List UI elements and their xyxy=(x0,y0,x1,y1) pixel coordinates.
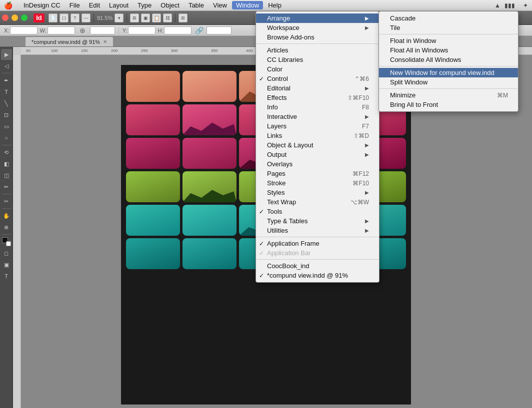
h-label: H: xyxy=(158,27,163,33)
apple-logo[interactable]: 🍎 xyxy=(4,1,12,9)
menu-item-output[interactable]: Output ▶ xyxy=(256,150,379,159)
menu-item-editorial[interactable]: Editorial ▶ xyxy=(256,83,379,93)
bracket-icon-btn[interactable]: [ ] xyxy=(60,13,68,22)
document-tab[interactable]: *compund view.indd @ 91% ✕ xyxy=(25,36,114,46)
selection-tool[interactable]: ▶ xyxy=(1,49,12,60)
h-input[interactable] xyxy=(164,26,192,34)
tab-close-icon[interactable]: ✕ xyxy=(103,39,107,44)
link-proportions-icon[interactable]: ⊕ xyxy=(77,26,88,35)
menu-item-object-layout[interactable]: Object & Layout ▶ xyxy=(256,140,379,150)
hand-tool[interactable]: ✋ xyxy=(1,210,12,221)
menu-item-type-tables[interactable]: Type & Tables ▶ xyxy=(256,216,379,226)
chain-icon-btn[interactable]: ⛓ xyxy=(163,13,172,22)
doc-icon-btn2[interactable]: 📋 xyxy=(152,13,161,22)
menu-window[interactable]: Window xyxy=(232,1,263,9)
menu-type[interactable]: Type xyxy=(134,1,156,9)
bluetooth-icon: ✦ xyxy=(523,2,528,9)
menu-item-tools[interactable]: Tools xyxy=(256,207,379,216)
window-menu[interactable]: Arrange ▶ Workspace ▶ Browse Add-ons Art… xyxy=(256,11,380,283)
arrange-icon-btn[interactable]: ⊞ xyxy=(130,13,139,22)
zoom-dropdown-btn[interactable]: ▾ xyxy=(114,13,124,22)
normal-mode-btn[interactable]: ◻ xyxy=(1,248,12,259)
arrange-sep-1 xyxy=(379,34,518,34)
maximize-button[interactable] xyxy=(21,14,28,21)
menu-sep-1 xyxy=(256,43,379,44)
menu-item-articles[interactable]: Articles xyxy=(256,45,379,55)
menu-item-effects[interactable]: Effects ⇧⌘F10 xyxy=(256,93,379,102)
menu-item-appbar[interactable]: Application Bar xyxy=(256,248,379,258)
menu-item-cascade[interactable]: Cascade xyxy=(379,13,518,23)
angle-input[interactable] xyxy=(90,26,115,34)
direct-selection-tool[interactable]: ◁ xyxy=(1,60,12,71)
menu-indesign[interactable]: InDesign CC xyxy=(20,1,64,9)
gradient-tool[interactable]: ◧ xyxy=(1,158,12,169)
line-tool[interactable]: ╲ xyxy=(1,98,12,109)
menu-item-utilities[interactable]: Utilities ▶ xyxy=(256,226,379,235)
menu-item-label: Tools xyxy=(267,208,282,215)
menu-item-consolidate[interactable]: Consolidate All Windows xyxy=(379,55,518,64)
menu-help[interactable]: Help xyxy=(264,1,286,9)
menu-item-control[interactable]: Control ⌃⌘6 xyxy=(256,74,379,83)
menu-item-info[interactable]: Info F8 xyxy=(256,102,379,112)
menu-item-float-window[interactable]: Float in Window xyxy=(379,36,518,45)
menu-item-workspace[interactable]: Workspace ▶ xyxy=(256,23,379,32)
menu-item-appframe[interactable]: Application Frame xyxy=(256,239,379,248)
menu-item-split-window[interactable]: Split Window xyxy=(379,77,518,87)
zoom-tool[interactable]: ⊕ xyxy=(1,222,12,233)
menu-view[interactable]: View xyxy=(209,1,231,9)
minimize-button[interactable] xyxy=(12,14,18,21)
dash-icon-btn[interactable]: — xyxy=(82,13,90,22)
menu-item-minimize[interactable]: Minimize ⌘M xyxy=(379,90,518,100)
menu-item-float-all[interactable]: Float All in Windows xyxy=(379,45,518,55)
menu-item-coocbook[interactable]: CoocBook_ind xyxy=(256,261,379,271)
fill-stroke-widget[interactable] xyxy=(2,237,11,246)
grid-icon-btn[interactable]: ⊞ xyxy=(178,13,188,22)
y-input[interactable] xyxy=(128,26,156,34)
rect-tool[interactable]: ▭ xyxy=(1,121,12,132)
menu-item-interactive[interactable]: Interactive ▶ xyxy=(256,112,379,121)
T-icon-btn[interactable]: T xyxy=(70,13,80,22)
menu-table[interactable]: Table xyxy=(184,1,208,9)
menu-sep-3 xyxy=(256,259,379,260)
menu-item-links[interactable]: Links ⇧⌘D xyxy=(256,131,379,140)
gradient-swatch-tool[interactable]: ◫ xyxy=(1,170,12,181)
menu-item-bring-front[interactable]: Bring All to Front xyxy=(379,100,518,109)
pen-tool[interactable]: ✒ xyxy=(1,75,12,86)
rect-frame-tool[interactable]: ⊡ xyxy=(1,109,12,120)
menu-item-document[interactable]: *compund view.indd @ 91% xyxy=(256,271,379,280)
menu-item-browse[interactable]: Browse Add-ons xyxy=(256,32,379,42)
menu-item-stroke[interactable]: Stroke ⌘F10 xyxy=(256,178,379,188)
menu-file[interactable]: File xyxy=(66,1,84,9)
scissors-tool[interactable]: ✂ xyxy=(1,196,12,207)
menu-layout[interactable]: Layout xyxy=(105,1,132,9)
menu-object[interactable]: Object xyxy=(156,1,184,9)
menu-item-arrange[interactable]: Arrange ▶ xyxy=(256,13,379,23)
menu-item-overlays[interactable]: Overlays xyxy=(256,159,379,169)
menu-item-label: Tile xyxy=(390,24,400,31)
transform-tool[interactable]: ⟲ xyxy=(1,147,12,158)
menu-item-new-window[interactable]: New Window for compund view.indd xyxy=(379,68,518,77)
arrange-sep-2 xyxy=(379,66,518,66)
close-button[interactable] xyxy=(2,14,8,21)
menu-item-pages[interactable]: Pages ⌘F12 xyxy=(256,169,379,178)
ellipse-tool[interactable]: ○ xyxy=(1,132,12,143)
menu-item-styles[interactable]: Styles ▶ xyxy=(256,188,379,197)
preview-mode-btn[interactable]: ▣ xyxy=(1,259,12,270)
shear-input[interactable] xyxy=(206,26,232,34)
menu-edit[interactable]: Edit xyxy=(85,1,104,9)
menu-item-textwrap[interactable]: Text Wrap ⌥⌘W xyxy=(256,197,379,207)
menu-item-cclibraries[interactable]: CC Libraries xyxy=(256,55,379,64)
document-icon-btn[interactable]: 📄 xyxy=(48,13,58,22)
w-input[interactable] xyxy=(48,26,75,34)
layout-icon-btn[interactable]: ▣ xyxy=(141,13,150,22)
menu-item-color[interactable]: Color xyxy=(256,64,379,74)
type-tool[interactable]: T xyxy=(1,86,12,97)
chain-link-icon[interactable]: 🔗 xyxy=(194,26,204,35)
pencil-tool[interactable]: ✏ xyxy=(1,181,12,192)
x-input[interactable] xyxy=(10,26,38,34)
T-btn[interactable]: T xyxy=(1,271,12,282)
arrange-submenu[interactable]: Cascade Tile Float in Window Float All i… xyxy=(378,11,518,112)
menu-item-tile[interactable]: Tile xyxy=(379,23,518,32)
menu-item-label: Consolidate All Windows xyxy=(390,56,461,63)
menu-item-layers[interactable]: Layers F7 xyxy=(256,121,379,131)
